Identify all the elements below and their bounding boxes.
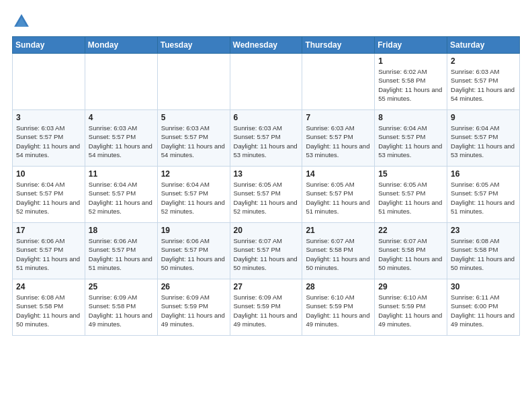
day-info: Sunrise: 6:05 AM Sunset: 5:57 PM Dayligh… [306, 180, 371, 216]
day-number: 29 [378, 282, 443, 291]
day-info: Sunrise: 6:04 AM Sunset: 5:57 PM Dayligh… [16, 180, 81, 216]
day-cell-27: 27Sunrise: 6:09 AM Sunset: 5:59 PM Dayli… [230, 279, 302, 336]
day-number: 5 [161, 113, 226, 122]
day-number: 23 [451, 226, 516, 235]
day-info: Sunrise: 6:05 AM Sunset: 5:57 PM Dayligh… [234, 180, 299, 216]
day-cell-8: 8Sunrise: 6:04 AM Sunset: 5:57 PM Daylig… [375, 110, 447, 167]
day-cell-2: 2Sunrise: 6:03 AM Sunset: 5:57 PM Daylig… [447, 54, 520, 110]
day-number: 14 [306, 169, 371, 179]
day-cell-16: 16Sunrise: 6:05 AM Sunset: 5:57 PM Dayli… [447, 167, 520, 223]
day-cell-9: 9Sunrise: 6:04 AM Sunset: 5:57 PM Daylig… [447, 110, 520, 167]
day-number: 19 [161, 226, 226, 235]
day-number: 3 [16, 113, 81, 122]
day-cell-26: 26Sunrise: 6:09 AM Sunset: 5:59 PM Dayli… [157, 279, 230, 336]
day-info: Sunrise: 6:11 AM Sunset: 6:00 PM Dayligh… [451, 293, 516, 328]
day-info: Sunrise: 6:06 AM Sunset: 5:57 PM Dayligh… [161, 236, 226, 272]
empty-cell [230, 54, 302, 110]
empty-cell [13, 54, 85, 110]
day-cell-17: 17Sunrise: 6:06 AM Sunset: 5:57 PM Dayli… [13, 223, 85, 279]
day-info: Sunrise: 6:06 AM Sunset: 5:57 PM Dayligh… [89, 236, 154, 272]
day-info: Sunrise: 6:03 AM Sunset: 5:57 PM Dayligh… [234, 124, 299, 159]
day-info: Sunrise: 6:09 AM Sunset: 5:59 PM Dayligh… [161, 293, 226, 328]
day-cell-1: 1Sunrise: 6:02 AM Sunset: 5:58 PM Daylig… [375, 54, 447, 110]
day-info: Sunrise: 6:08 AM Sunset: 5:58 PM Dayligh… [16, 293, 81, 328]
day-cell-11: 11Sunrise: 6:04 AM Sunset: 5:57 PM Dayli… [85, 167, 157, 223]
day-cell-10: 10Sunrise: 6:04 AM Sunset: 5:57 PM Dayli… [13, 167, 85, 223]
day-number: 9 [451, 113, 516, 122]
day-cell-3: 3Sunrise: 6:03 AM Sunset: 5:57 PM Daylig… [13, 110, 85, 167]
day-number: 6 [234, 113, 299, 122]
day-number: 17 [16, 226, 81, 235]
empty-cell [302, 54, 375, 110]
day-number: 22 [378, 226, 443, 235]
day-info: Sunrise: 6:07 AM Sunset: 5:58 PM Dayligh… [306, 236, 371, 272]
day-info: Sunrise: 6:03 AM Sunset: 5:57 PM Dayligh… [451, 67, 516, 103]
day-number: 25 [89, 282, 154, 291]
logo-icon [12, 12, 31, 31]
day-number: 28 [306, 282, 371, 291]
weekday-header-sunday: Sunday [13, 37, 85, 54]
day-cell-13: 13Sunrise: 6:05 AM Sunset: 5:57 PM Dayli… [230, 167, 302, 223]
day-cell-29: 29Sunrise: 6:10 AM Sunset: 5:59 PM Dayli… [375, 279, 447, 336]
day-info: Sunrise: 6:07 AM Sunset: 5:57 PM Dayligh… [234, 236, 299, 272]
day-info: Sunrise: 6:03 AM Sunset: 5:57 PM Dayligh… [161, 124, 226, 159]
day-cell-6: 6Sunrise: 6:03 AM Sunset: 5:57 PM Daylig… [230, 110, 302, 167]
week-row-2: 10Sunrise: 6:04 AM Sunset: 5:57 PM Dayli… [13, 167, 520, 223]
day-info: Sunrise: 6:08 AM Sunset: 5:58 PM Dayligh… [451, 236, 516, 272]
day-number: 21 [306, 226, 371, 235]
day-number: 15 [378, 169, 443, 179]
day-info: Sunrise: 6:05 AM Sunset: 5:57 PM Dayligh… [451, 180, 516, 216]
day-info: Sunrise: 6:09 AM Sunset: 5:59 PM Dayligh… [234, 293, 299, 328]
day-number: 10 [16, 169, 81, 179]
day-info: Sunrise: 6:03 AM Sunset: 5:57 PM Dayligh… [89, 124, 154, 159]
empty-cell [157, 54, 230, 110]
weekday-header-row: SundayMondayTuesdayWednesdayThursdayFrid… [13, 37, 520, 54]
day-info: Sunrise: 6:03 AM Sunset: 5:57 PM Dayligh… [16, 124, 81, 159]
day-number: 7 [306, 113, 371, 122]
day-info: Sunrise: 6:09 AM Sunset: 5:58 PM Dayligh… [89, 293, 154, 328]
empty-cell [85, 54, 157, 110]
logo [12, 12, 34, 31]
day-number: 30 [451, 282, 516, 291]
weekday-header-wednesday: Wednesday [230, 37, 302, 54]
day-number: 26 [161, 282, 226, 291]
day-cell-12: 12Sunrise: 6:04 AM Sunset: 5:57 PM Dayli… [157, 167, 230, 223]
page: SundayMondayTuesdayWednesdayThursdayFrid… [0, 0, 532, 342]
day-cell-21: 21Sunrise: 6:07 AM Sunset: 5:58 PM Dayli… [302, 223, 375, 279]
week-row-3: 17Sunrise: 6:06 AM Sunset: 5:57 PM Dayli… [13, 223, 520, 279]
day-number: 27 [234, 282, 299, 291]
day-cell-30: 30Sunrise: 6:11 AM Sunset: 6:00 PM Dayli… [447, 279, 520, 336]
day-cell-15: 15Sunrise: 6:05 AM Sunset: 5:57 PM Dayli… [375, 167, 447, 223]
day-cell-19: 19Sunrise: 6:06 AM Sunset: 5:57 PM Dayli… [157, 223, 230, 279]
day-cell-23: 23Sunrise: 6:08 AM Sunset: 5:58 PM Dayli… [447, 223, 520, 279]
day-number: 11 [89, 169, 154, 179]
day-number: 2 [451, 56, 516, 66]
day-info: Sunrise: 6:02 AM Sunset: 5:58 PM Dayligh… [378, 67, 443, 103]
day-cell-5: 5Sunrise: 6:03 AM Sunset: 5:57 PM Daylig… [157, 110, 230, 167]
day-number: 8 [378, 113, 443, 122]
day-cell-14: 14Sunrise: 6:05 AM Sunset: 5:57 PM Dayli… [302, 167, 375, 223]
day-info: Sunrise: 6:10 AM Sunset: 5:59 PM Dayligh… [306, 293, 371, 328]
day-info: Sunrise: 6:04 AM Sunset: 5:57 PM Dayligh… [89, 180, 154, 216]
weekday-header-thursday: Thursday [302, 37, 375, 54]
day-cell-25: 25Sunrise: 6:09 AM Sunset: 5:58 PM Dayli… [85, 279, 157, 336]
weekday-header-tuesday: Tuesday [157, 37, 230, 54]
weekday-header-saturday: Saturday [447, 37, 520, 54]
day-number: 13 [234, 169, 299, 179]
day-info: Sunrise: 6:06 AM Sunset: 5:57 PM Dayligh… [16, 236, 81, 272]
day-cell-24: 24Sunrise: 6:08 AM Sunset: 5:58 PM Dayli… [13, 279, 85, 336]
week-row-4: 24Sunrise: 6:08 AM Sunset: 5:58 PM Dayli… [13, 279, 520, 336]
day-info: Sunrise: 6:04 AM Sunset: 5:57 PM Dayligh… [161, 180, 226, 216]
day-info: Sunrise: 6:07 AM Sunset: 5:58 PM Dayligh… [378, 236, 443, 272]
day-cell-20: 20Sunrise: 6:07 AM Sunset: 5:57 PM Dayli… [230, 223, 302, 279]
week-row-1: 3Sunrise: 6:03 AM Sunset: 5:57 PM Daylig… [13, 110, 520, 167]
day-cell-7: 7Sunrise: 6:03 AM Sunset: 5:57 PM Daylig… [302, 110, 375, 167]
day-number: 20 [234, 226, 299, 235]
day-number: 16 [451, 169, 516, 179]
day-number: 24 [16, 282, 81, 291]
day-info: Sunrise: 6:04 AM Sunset: 5:57 PM Dayligh… [451, 124, 516, 159]
day-cell-4: 4Sunrise: 6:03 AM Sunset: 5:57 PM Daylig… [85, 110, 157, 167]
weekday-header-friday: Friday [375, 37, 447, 54]
day-info: Sunrise: 6:03 AM Sunset: 5:57 PM Dayligh… [306, 124, 371, 159]
day-cell-18: 18Sunrise: 6:06 AM Sunset: 5:57 PM Dayli… [85, 223, 157, 279]
